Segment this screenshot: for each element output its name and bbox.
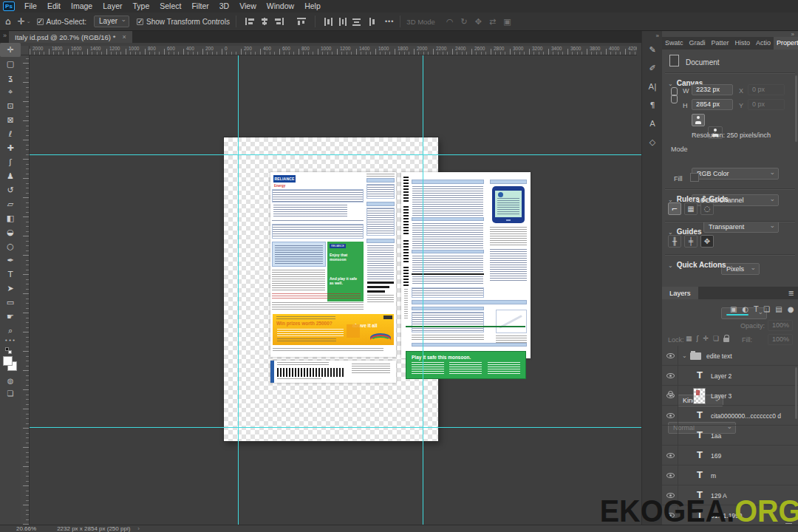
home-icon[interactable]: ⌂ (5, 17, 11, 26)
lock-transparency-icon[interactable]: ▦ (686, 335, 692, 342)
filter-toggle-icon[interactable]: ● (788, 305, 794, 313)
distribute-right-icon[interactable] (366, 18, 375, 26)
lasso-tool[interactable]: ʓ (0, 71, 21, 85)
layer-visibility-cell[interactable] (662, 406, 678, 426)
lock-pixels-icon[interactable]: ʃ (697, 335, 699, 342)
quick-actions-section-header[interactable]: ⌄Quick Actions (668, 257, 726, 270)
canvas-viewport[interactable]: RELIANCE Energy RELIANCE Enjoy that mons… (30, 55, 641, 525)
layer-visibility-cell[interactable] (662, 386, 678, 406)
filter-type-layers-icon[interactable]: T (754, 305, 758, 313)
align-left-edges-icon[interactable] (245, 18, 254, 25)
collapse-tools-icon[interactable]: » (3, 32, 7, 39)
menu-window[interactable]: Window (262, 0, 299, 13)
visibility-eye-icon[interactable] (666, 393, 675, 398)
blur-tool[interactable]: ◒ (0, 225, 21, 239)
3d-camera-icon[interactable]: ▣ (503, 17, 511, 27)
layers-tab[interactable]: Layers (662, 287, 698, 299)
align-right-edges-icon[interactable] (275, 18, 284, 25)
menu-edit[interactable]: Edit (42, 0, 66, 13)
dodge-tool[interactable]: ○ (0, 239, 21, 253)
fill-dropdown[interactable]: Transparent (703, 221, 779, 233)
zoom-tool[interactable]: ⌕ (0, 324, 21, 338)
link-dimensions-icon[interactable] (671, 87, 677, 103)
document-tab[interactable]: Italy id.psd @ 20.7% (RGB/16) * × (9, 31, 132, 43)
menu-layer[interactable]: Layer (98, 0, 127, 13)
properties-scrollbar[interactable] (795, 75, 797, 142)
visibility-eye-icon[interactable] (666, 413, 675, 418)
orientation-portrait-button[interactable] (692, 114, 705, 126)
layer-row-5[interactable]: T169 (662, 446, 798, 466)
layer-row-3[interactable]: Tcita0000000...ccccccc0 d (662, 406, 798, 426)
layers-scrollbar[interactable] (795, 367, 797, 419)
fill-swatch[interactable] (690, 173, 699, 182)
marquee-tool[interactable]: ▢ (0, 57, 21, 71)
group-expand-icon[interactable]: ⌄ (682, 352, 687, 359)
distribute-left-icon[interactable] (324, 18, 332, 26)
lock-position-icon[interactable]: ✛ (703, 335, 709, 342)
vertical-guide-left[interactable] (238, 55, 239, 525)
filter-pixel-layers-icon[interactable]: ▣ (730, 305, 737, 313)
layer-visibility-cell[interactable] (662, 346, 678, 366)
3d-orbit-icon[interactable]: ◠ (446, 17, 454, 27)
frame-tool[interactable]: ⊠ (0, 113, 21, 127)
pen-tool[interactable]: ✒ (0, 253, 21, 267)
filter-shape-layers-icon[interactable]: ❏ (763, 305, 770, 313)
lock-all-icon[interactable] (723, 338, 729, 342)
3d-pan-icon[interactable]: ✥ (475, 17, 482, 27)
crop-tool[interactable]: ⊡ (0, 99, 21, 113)
distribute-vertical-centers-icon[interactable] (352, 18, 361, 26)
align-top-edges-icon[interactable] (297, 18, 306, 25)
tab-swatc[interactable]: Swatc (662, 37, 686, 50)
screen-mode-icon[interactable]: ❏ (0, 387, 21, 400)
horizontal-guide-bottom[interactable] (30, 427, 641, 428)
brush-tool[interactable]: ʃ (0, 155, 21, 169)
layer-visibility-cell[interactable] (662, 466, 678, 485)
layer-row-1[interactable]: TLayer 2 (662, 366, 798, 386)
lock-artboard-icon[interactable]: ❏ (713, 335, 719, 342)
visibility-eye-icon[interactable] (666, 373, 675, 378)
eraser-tool[interactable]: ▱ (0, 197, 21, 211)
menu-type[interactable]: Type (127, 0, 154, 13)
default-colors-icon[interactable] (0, 347, 21, 355)
tab-properties[interactable]: Properties (774, 37, 798, 50)
tab-actio[interactable]: Actio (753, 37, 774, 50)
filter-adjustment-layers-icon[interactable]: ◐ (742, 305, 748, 313)
libraries-panel-icon[interactable]: ◇ (642, 133, 663, 151)
glyphs-panel-icon[interactable]: A (642, 115, 663, 133)
ruler-units-dropdown[interactable]: Pixels (721, 263, 760, 275)
healing-brush-tool[interactable]: ✚ (0, 141, 21, 155)
visibility-eye-icon[interactable] (666, 453, 675, 458)
menu-filter[interactable]: Filter (186, 0, 214, 13)
show-transform-checkbox[interactable] (137, 18, 143, 25)
more-options-icon[interactable]: ••• (385, 18, 394, 25)
canvas-width-field[interactable]: 2232 px (692, 84, 733, 95)
layer-row-0[interactable]: ⌄edite text (662, 346, 798, 366)
vertical-guide-right[interactable] (423, 55, 423, 525)
layer-row-2[interactable]: Layer 3 (662, 386, 798, 406)
menu-select[interactable]: Select (154, 0, 186, 13)
tab-patter[interactable]: Patter (709, 37, 732, 50)
character-panel-icon[interactable]: A| (642, 78, 663, 96)
menu-help[interactable]: Help (299, 0, 326, 13)
toggle-pixel-grid-icon[interactable]: ◌ (700, 202, 714, 215)
status-options-icon[interactable]: › (137, 525, 140, 532)
edit-guides-icon[interactable]: ✥ (700, 235, 714, 248)
foreground-color-swatch[interactable] (3, 356, 13, 366)
brush-settings-panel-icon[interactable]: ✐ (642, 59, 663, 78)
toggle-smart-guides-icon[interactable]: ╪ (684, 235, 698, 248)
3d-roll-icon[interactable]: ↻ (461, 17, 468, 27)
path-selection-tool[interactable]: ➤ (0, 282, 21, 296)
object-selection-tool[interactable]: ⌖ (0, 85, 21, 99)
visibility-eye-icon[interactable] (666, 473, 675, 478)
align-horizontal-centers-icon[interactable] (260, 18, 269, 25)
quick-mask-icon[interactable]: ◍ (0, 375, 21, 387)
rectangle-tool[interactable]: ▭ (0, 296, 21, 310)
clone-stamp-tool[interactable]: ♟ (0, 169, 21, 183)
eyedropper-tool[interactable]: ℓ (0, 127, 21, 141)
visibility-eye-icon[interactable] (666, 353, 675, 358)
menu-file[interactable]: File (19, 0, 42, 13)
layer-row-6[interactable]: Tm (662, 466, 798, 485)
tool-preset-chevron-icon[interactable]: ⌄ (27, 18, 31, 24)
tab-gradi[interactable]: Gradi (686, 37, 709, 50)
type-tool[interactable]: T (0, 267, 21, 282)
